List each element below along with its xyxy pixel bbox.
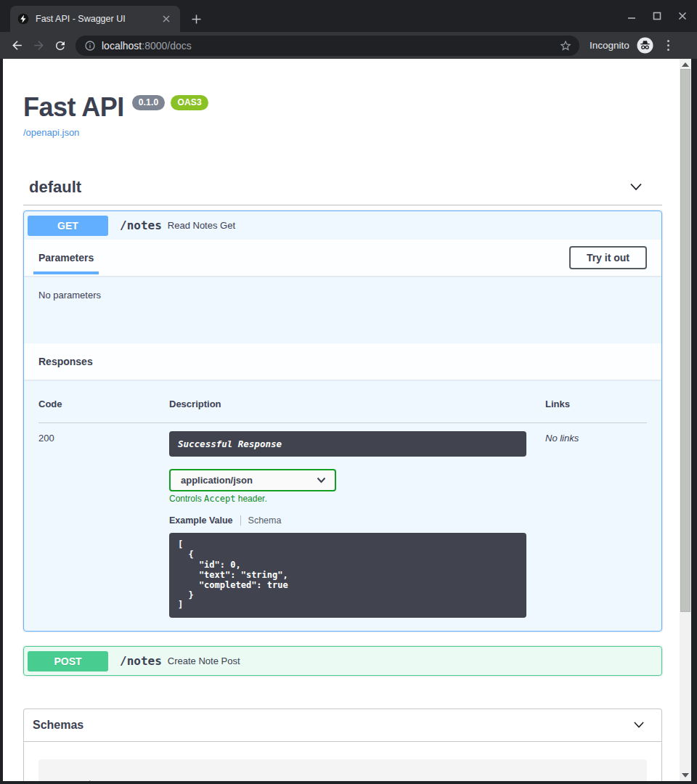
page-title: Fast API	[23, 92, 124, 123]
tab-close-icon[interactable]	[160, 12, 173, 25]
window-controls	[624, 9, 690, 23]
col-description: Description	[169, 399, 545, 409]
post-method-button: POST	[28, 651, 108, 671]
tag-header-default[interactable]: default	[23, 176, 662, 198]
accept-header-hint: Controls Accept header.	[169, 494, 545, 504]
fastapi-favicon-icon	[17, 13, 29, 25]
tab-example-value[interactable]: Example Value	[169, 515, 233, 526]
no-parameters-text: No parameters	[38, 290, 101, 301]
browser-tab[interactable]: Fast API - Swagger UI	[10, 6, 180, 32]
tab-schema[interactable]: Schema	[248, 515, 282, 526]
example-json-block: [ { "id": 0, "text": "string", "complete…	[169, 533, 526, 618]
schemas-title: Schemas	[33, 719, 83, 732]
version-badge: 0.1.0	[132, 95, 166, 110]
responses-header: Responses	[24, 343, 661, 380]
select-chevron-icon	[317, 477, 326, 483]
openapi-spec-link[interactable]: /openapi.json	[23, 127, 79, 138]
browser-titlebar: Fast API - Swagger UI	[0, 0, 697, 32]
opblock-post-notes: POST /notes Create Note Post	[23, 646, 662, 676]
media-type-select[interactable]: application/json	[169, 469, 336, 491]
schemas-body: Note	[24, 742, 661, 781]
chevron-right-icon	[88, 780, 95, 781]
scrollbar-up-arrow-icon[interactable]	[682, 62, 689, 67]
get-summary-text: Read Notes Get	[168, 220, 235, 231]
model-row-note[interactable]: Note	[38, 759, 647, 781]
response-description: Successful Response	[169, 431, 526, 457]
url-text: localhost:8000/docs	[102, 40, 558, 52]
responses-label: Responses	[33, 356, 93, 367]
tag-name: default	[29, 178, 81, 197]
forward-button[interactable]	[28, 35, 49, 57]
post-summary-text: Create Note Post	[168, 656, 240, 666]
tag-section-default: default GET /notes Read Notes Get Parame…	[23, 176, 662, 676]
example-schema-tabs: Example Value Schema	[169, 515, 545, 526]
tab-title: Fast API - Swagger UI	[36, 14, 160, 24]
bookmark-star-icon[interactable]	[558, 38, 574, 54]
scrollbar-down-arrow-icon[interactable]	[682, 773, 689, 777]
incognito-icon	[637, 37, 653, 54]
get-method-button: GET	[28, 216, 108, 236]
tag-divider	[23, 205, 662, 205]
chevron-down-icon	[632, 720, 645, 730]
chevron-down-icon	[629, 181, 643, 193]
window-minimize-button[interactable]	[624, 9, 639, 23]
post-path: /notes	[120, 654, 162, 668]
page-viewport: Fast API 0.1.0 OAS3 /openapi.json defaul…	[3, 59, 680, 781]
response-links: No links	[545, 431, 647, 618]
site-info-icon[interactable]	[84, 40, 96, 52]
address-bar[interactable]: localhost:8000/docs	[76, 36, 579, 56]
page-scrollbar[interactable]	[680, 59, 691, 781]
tab-separator	[240, 515, 241, 526]
parameters-tab: Parameters	[33, 251, 99, 264]
api-info: Fast API 0.1.0 OAS3 /openapi.json	[23, 92, 662, 139]
try-it-out-button[interactable]: Try it out	[569, 246, 647, 269]
reload-button[interactable]	[49, 35, 71, 57]
url-host: localhost	[102, 40, 142, 52]
back-button[interactable]	[6, 35, 28, 57]
opblock-get-notes: GET /notes Read Notes Get Parameters Try…	[23, 211, 662, 632]
opblock-get-summary[interactable]: GET /notes Read Notes Get	[24, 211, 661, 240]
url-path: :8000/docs	[142, 40, 192, 52]
schemas-section: Schemas Note	[23, 709, 662, 781]
scrollbar-thumb[interactable]	[680, 69, 690, 612]
browser-menu-icon[interactable]	[661, 38, 677, 54]
browser-toolbar: localhost:8000/docs Incognito	[0, 32, 697, 59]
api-title-row: Fast API 0.1.0 OAS3	[23, 92, 662, 123]
parameters-header: Parameters Try it out	[24, 240, 661, 276]
incognito-label: Incognito	[590, 40, 629, 51]
schemas-header[interactable]: Schemas	[24, 709, 661, 742]
parameters-label: Parameters	[38, 252, 94, 264]
col-links: Links	[545, 399, 647, 409]
response-row-200: 200 Successful Response application/json…	[38, 423, 647, 618]
oas-badge: OAS3	[171, 95, 208, 110]
media-type-value: application/json	[181, 475, 253, 486]
response-code: 200	[38, 431, 169, 618]
model-name: Note	[53, 779, 76, 781]
window-close-button[interactable]	[675, 9, 690, 23]
col-code: Code	[38, 399, 169, 409]
responses-table-header: Code Description Links	[38, 399, 647, 423]
get-path: /notes	[120, 219, 162, 232]
new-tab-button[interactable]	[189, 12, 203, 26]
window-maximize-button[interactable]	[650, 9, 664, 23]
parameters-body: No parameters	[24, 276, 661, 343]
responses-body: Code Description Links 200 Successful Re…	[24, 380, 661, 631]
opblock-post-summary[interactable]: POST /notes Create Note Post	[24, 647, 661, 675]
